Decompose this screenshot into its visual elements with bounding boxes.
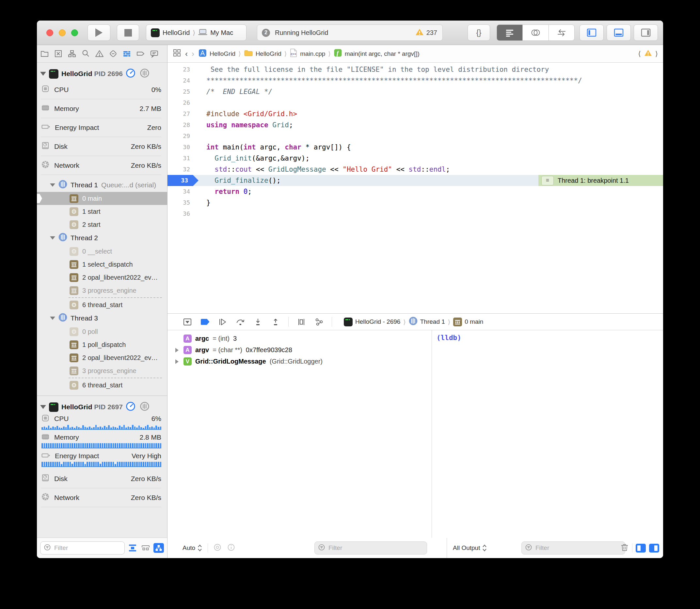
debug-view-hierarchy-button[interactable] (296, 317, 306, 326)
breakpoint-annotation[interactable]: ≡Thread 1: breakpoint 1.1 (539, 175, 663, 186)
close-button[interactable] (46, 29, 53, 36)
stack-frame-row[interactable]: ⚙2 start (37, 218, 167, 231)
report-navigator-icon[interactable] (150, 49, 159, 58)
project-navigator-icon[interactable] (40, 49, 49, 58)
breadcrumb-item[interactable]: C++main.cpp (290, 48, 325, 59)
stack-frame-row[interactable]: 2 opal_libevent2022_ev… (37, 271, 167, 284)
line-number[interactable]: 27 (168, 108, 199, 119)
minimize-button[interactable] (59, 29, 66, 36)
code-line-28[interactable]: 28using namespace Grid; (168, 119, 663, 130)
thread-row[interactable]: Thread 1Queue:...d (serial) (37, 178, 167, 192)
sidebar-filter-input[interactable] (53, 544, 121, 552)
gauge-row-energy[interactable]: Energy ImpactVery High (41, 451, 161, 461)
zoom-button[interactable] (71, 29, 78, 36)
code-line-35[interactable]: 35} (168, 197, 663, 208)
next-issue-button[interactable]: ⟩ (655, 50, 658, 58)
process-header[interactable]: HelloGrid PID 2697 (37, 400, 167, 414)
disclosure-triangle-icon[interactable] (50, 317, 55, 320)
navigator-panel-toggle[interactable] (580, 24, 604, 41)
issue-warning-icon[interactable] (644, 49, 652, 58)
console-filter-input[interactable] (535, 544, 622, 552)
stack-frame-row[interactable]: ⚙1 start (37, 205, 167, 218)
process-header[interactable]: HelloGrid PID 2696 (37, 67, 167, 80)
variables-filter-input[interactable] (328, 544, 424, 552)
show-variables-view-button[interactable] (636, 544, 646, 553)
gauges-button[interactable] (126, 68, 136, 80)
line-number[interactable]: 28 (168, 119, 199, 130)
disclosure-triangle-icon[interactable] (40, 405, 46, 409)
line-number[interactable]: 31 (168, 153, 199, 164)
variable-row[interactable]: Aargc= (int)3 (168, 333, 432, 344)
line-number[interactable]: 34 (168, 186, 199, 197)
step-over-button[interactable] (235, 317, 245, 326)
line-number[interactable]: 35 (168, 197, 199, 208)
stack-frame-row[interactable]: 2 opal_libevent2022_ev… (37, 351, 167, 364)
stack-frame-row[interactable]: ⚙6 thread_start (37, 379, 167, 392)
step-into-button[interactable] (253, 317, 263, 326)
disclosure-triangle-icon[interactable] (175, 359, 180, 364)
console-output-selector[interactable]: All Output (453, 544, 487, 552)
filter-stack-frames-button[interactable] (127, 543, 138, 553)
back-button[interactable]: ‹ (185, 49, 188, 58)
tag-navigator-icon[interactable] (136, 49, 145, 58)
related-items-icon[interactable] (173, 49, 181, 59)
code-line-25[interactable]: 25/* END LEGAL */ (168, 86, 663, 97)
debug-breadcrumb-item[interactable]: 0 main (453, 317, 483, 326)
console-filter-field[interactable] (522, 541, 625, 555)
scheme-selector[interactable]: HelloGrid ⟩ My Mac (146, 24, 246, 41)
variable-row[interactable]: Aargv= (char **)0x7ffee9039c28 (168, 344, 432, 356)
code-line-27[interactable]: 27#include <Grid/Grid.h> (168, 108, 663, 119)
breadcrumb-item[interactable]: fmain(int argc, char * argv[]) (334, 49, 420, 59)
hide-debug-area-button[interactable] (183, 317, 192, 326)
debug-area-panel-toggle[interactable] (607, 24, 631, 41)
debug-memory-graph-button[interactable] (314, 317, 324, 326)
disclosure-triangle-icon[interactable] (50, 236, 55, 240)
variables-view[interactable]: Aargc= (int)3Aargv= (char **)0x7ffee9039… (168, 330, 432, 538)
breakpoint-navigator-icon[interactable] (108, 49, 118, 58)
code-line-34[interactable]: 34 return 0; (168, 186, 663, 197)
continue-button[interactable] (218, 317, 227, 326)
activity-viewer[interactable]: 2 Running HelloGrid 237 (257, 24, 443, 41)
disclosure-triangle-icon[interactable] (40, 72, 46, 76)
line-number[interactable]: 32 (168, 164, 199, 175)
gauge-row-memory[interactable]: Memory2.7 MB (41, 99, 161, 118)
code-line-29[interactable]: 29 (168, 130, 663, 142)
gauge-row-disk[interactable]: DiskZero KB/s (41, 469, 161, 488)
view-process-by-thread-button[interactable] (153, 543, 164, 553)
step-out-button[interactable] (271, 317, 280, 326)
info-icon[interactable] (227, 543, 235, 553)
issue-navigator-icon[interactable] (95, 49, 104, 58)
stack-frame-row[interactable]: ⚙0 poll (37, 325, 167, 338)
code-line-26[interactable]: 26 (168, 97, 663, 108)
breadcrumb-item[interactable]: HelloGrid (244, 49, 281, 58)
view-process-by-queue-button[interactable] (140, 543, 151, 553)
line-number[interactable]: 30 (168, 142, 199, 153)
line-number[interactable]: 36 (168, 208, 199, 219)
console-view[interactable]: (lldb) (432, 330, 663, 538)
variables-scope-selector[interactable]: Auto (183, 544, 202, 552)
stop-button[interactable] (117, 24, 139, 41)
stack-frame-row[interactable]: ⚙6 thread_start (37, 298, 167, 311)
gauge-row-cpu[interactable]: CPU0% (41, 80, 161, 99)
line-number[interactable]: 29 (168, 130, 199, 142)
search-navigator-icon[interactable] (81, 49, 90, 58)
assistant-editor-button[interactable] (523, 25, 548, 40)
breakpoint-indicator[interactable]: 33 (168, 175, 199, 186)
standard-editor-button[interactable] (497, 25, 523, 40)
code-line-31[interactable]: 31 Grid_init(&argc,&argv); (168, 153, 663, 164)
variable-row[interactable]: VGrid::GridLogMessage(Grid::GridLogger) (168, 356, 432, 367)
disclosure-triangle-icon[interactable] (50, 184, 55, 187)
clear-console-button[interactable] (620, 543, 629, 553)
inspector-panel-toggle[interactable] (634, 24, 658, 41)
line-number[interactable]: 23 (168, 64, 199, 75)
gauge-row-energy[interactable]: Energy ImpactZero (41, 118, 161, 137)
stack-frame-row[interactable]: 1 poll_dispatch (37, 338, 167, 351)
debug-breadcrumb-item[interactable]: Thread 1 (409, 317, 445, 327)
stack-frame-row[interactable]: 1 select_dispatch (37, 258, 167, 271)
code-snippets-button[interactable]: {} (467, 24, 490, 41)
line-number[interactable]: 26 (168, 97, 199, 108)
gauge-row-memory[interactable]: Memory2.8 MB (41, 432, 161, 442)
stack-frame-row[interactable]: 3 progress_engine (37, 284, 167, 297)
thread-row[interactable]: Thread 2 (37, 231, 167, 245)
threads-button[interactable] (140, 68, 150, 80)
